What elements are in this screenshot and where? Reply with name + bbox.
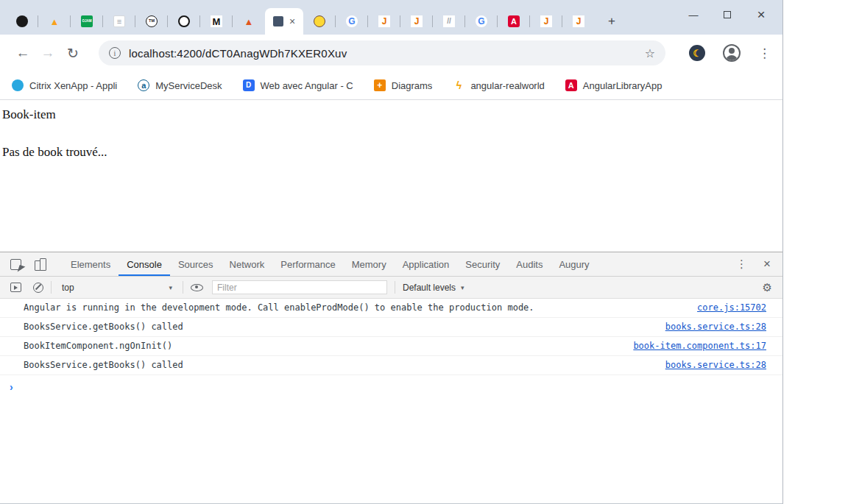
bookmark-item[interactable]: + Diagrams bbox=[374, 79, 433, 91]
devtools-tab[interactable]: Elements bbox=[63, 252, 119, 276]
angular-course-icon: D bbox=[243, 79, 255, 91]
devtools-tab[interactable]: Performance bbox=[272, 252, 343, 276]
browser-tab[interactable]: G bbox=[465, 8, 498, 35]
devtools-tab[interactable]: Security bbox=[457, 252, 508, 276]
live-expression-eye-icon[interactable] bbox=[191, 284, 203, 291]
devtools-close-icon[interactable]: × bbox=[763, 257, 771, 271]
tab-close-icon[interactable]: × bbox=[289, 16, 295, 26]
bookmark-item[interactable]: a MyServiceDesk bbox=[138, 79, 222, 91]
firebase-favicon: ▲ bbox=[49, 15, 60, 27]
slashes-favicon: // bbox=[443, 15, 455, 27]
document-favicon: ≡ bbox=[113, 15, 125, 27]
devtools-tab[interactable]: Augury bbox=[551, 252, 597, 276]
devtools-tab[interactable]: Network bbox=[222, 252, 273, 276]
back-button[interactable]: ← bbox=[10, 45, 35, 61]
browser-tab[interactable]: // bbox=[433, 8, 465, 35]
console-message: Angular is running in the development mo… bbox=[0, 299, 782, 318]
browser-tab[interactable]: OJAM bbox=[71, 8, 103, 35]
browser-tab[interactable]: ≡ bbox=[103, 8, 135, 35]
console-source-link[interactable]: core.js:15702 bbox=[679, 302, 766, 314]
browser-tab[interactable]: ▲ bbox=[38, 8, 71, 35]
ojam-favicon: OJAM bbox=[81, 15, 93, 27]
minimize-button[interactable]: — bbox=[676, 10, 710, 21]
java-favicon: J bbox=[573, 15, 584, 27]
page-heading: Book-item bbox=[2, 107, 782, 122]
extension-moon-icon[interactable]: ☾ bbox=[689, 45, 705, 61]
bookmark-item[interactable]: ϟ angular-realworld bbox=[453, 79, 544, 91]
profile-avatar[interactable] bbox=[723, 44, 741, 62]
browser-tab[interactable] bbox=[303, 8, 336, 35]
bookmark-label: Web avec Angular - C bbox=[261, 80, 353, 91]
address-bar[interactable]: i localhost:4200/dCT0AnagWDh7KXER0Xuv ☆ bbox=[99, 40, 665, 65]
bookmark-label: Citrix XenApp - Appli bbox=[29, 80, 117, 91]
citrix-icon bbox=[12, 79, 24, 91]
devtools-menu-icon[interactable]: ⋮ bbox=[736, 258, 747, 271]
bookmarks-bar: Citrix XenApp - Appli a MyServiceDesk D … bbox=[0, 71, 782, 100]
context-selector[interactable]: top ▾ bbox=[59, 283, 175, 293]
bookmark-item[interactable]: Citrix XenApp - Appli bbox=[12, 79, 117, 91]
java-favicon: J bbox=[378, 15, 390, 27]
browser-tab[interactable]: A bbox=[498, 8, 530, 35]
browser-tab[interactable]: ▲ bbox=[233, 8, 265, 35]
browser-tab[interactable] bbox=[168, 8, 200, 35]
page-message: Pas de book trouvé... bbox=[2, 145, 782, 160]
tab-list-right: G J J // G bbox=[303, 8, 595, 35]
chevron-down-icon: ▾ bbox=[169, 284, 172, 291]
inspect-element-icon[interactable] bbox=[10, 259, 21, 270]
bookmark-label: AngularLibraryApp bbox=[583, 80, 662, 91]
bookmark-item[interactable]: A AngularLibraryApp bbox=[565, 79, 662, 91]
maximize-button[interactable] bbox=[710, 11, 744, 18]
console-source-link[interactable]: book-item.component.ts:17 bbox=[615, 340, 766, 352]
console-source-link[interactable]: books.service.ts:28 bbox=[648, 359, 766, 372]
device-toolbar-icon[interactable] bbox=[35, 258, 46, 271]
page-content: Book-item Pas de book trouvé... bbox=[0, 100, 782, 252]
console-message: BooksService.getBooks() called books.ser… bbox=[0, 318, 782, 337]
devtools-tab[interactable]: Sources bbox=[170, 252, 222, 276]
console-sidebar-icon[interactable] bbox=[10, 283, 21, 292]
devtools-tab-list: Elements Console Sources Network Perform… bbox=[63, 252, 598, 276]
active-tab[interactable]: × bbox=[265, 8, 303, 35]
console-source-link[interactable]: books.service.ts:28 bbox=[648, 321, 766, 333]
log-levels-dropdown[interactable]: Default levels ▾ bbox=[403, 283, 464, 293]
forward-button[interactable]: → bbox=[35, 45, 60, 61]
console-filter-input[interactable] bbox=[212, 280, 387, 294]
reload-button[interactable]: ↻ bbox=[60, 45, 85, 62]
browser-toolbar: ← → ↻ i localhost:4200/dCT0AnagWDh7KXER0… bbox=[0, 35, 782, 71]
url-text[interactable]: localhost:4200/dCT0AnagWDh7KXER0Xuv bbox=[129, 47, 347, 60]
devtools-tab[interactable]: Audits bbox=[508, 252, 551, 276]
console-message: BooksService.getBooks() called books.ser… bbox=[0, 356, 782, 375]
page-info-icon[interactable]: i bbox=[109, 47, 121, 59]
bookmark-label: angular-realworld bbox=[470, 80, 544, 91]
devtools-tab[interactable]: Memory bbox=[344, 252, 395, 276]
new-tab-button[interactable]: + bbox=[599, 8, 624, 35]
console-log: Angular is running in the development mo… bbox=[0, 299, 782, 375]
browser-menu-icon[interactable]: ⋮ bbox=[758, 46, 771, 61]
toolbar-right-cluster: ☾ ⋮ bbox=[689, 44, 782, 62]
console-prompt[interactable]: › bbox=[0, 375, 782, 394]
devtools-panel: Elements Console Sources Network Perform… bbox=[0, 252, 782, 503]
clear-console-icon[interactable] bbox=[33, 283, 43, 293]
google-favicon: G bbox=[346, 15, 358, 27]
devtools-tab[interactable]: Console bbox=[119, 252, 170, 276]
angular-favicon: A bbox=[508, 15, 520, 27]
window-controls: — × bbox=[676, 0, 778, 29]
chevron-down-icon: ▾ bbox=[461, 284, 464, 291]
context-selector-label: top bbox=[62, 283, 74, 293]
bookmark-label: MyServiceDesk bbox=[155, 80, 222, 91]
browser-tab[interactable]: J bbox=[562, 8, 595, 35]
close-button[interactable]: × bbox=[744, 7, 778, 23]
bookmark-star-icon[interactable]: ☆ bbox=[645, 46, 655, 60]
myservicedesk-icon: a bbox=[138, 79, 149, 91]
browser-tab[interactable]: G bbox=[336, 8, 368, 35]
browser-tab[interactable]: J bbox=[400, 8, 433, 35]
browser-tab[interactable]: J bbox=[530, 8, 562, 35]
bookmark-item[interactable]: D Web avec Angular - C bbox=[243, 79, 353, 91]
browser-tab[interactable] bbox=[6, 8, 38, 35]
tab-list-left: ▲ OJAM ≡ TM bbox=[6, 8, 265, 35]
browser-tab[interactable]: M bbox=[200, 8, 233, 35]
browser-tab[interactable]: J bbox=[368, 8, 400, 35]
settings-gear-icon[interactable]: ⚙ bbox=[763, 281, 782, 294]
browser-tab[interactable]: TM bbox=[135, 8, 168, 35]
devtools-tab[interactable]: Application bbox=[395, 252, 458, 276]
active-tab-favicon bbox=[273, 16, 283, 26]
